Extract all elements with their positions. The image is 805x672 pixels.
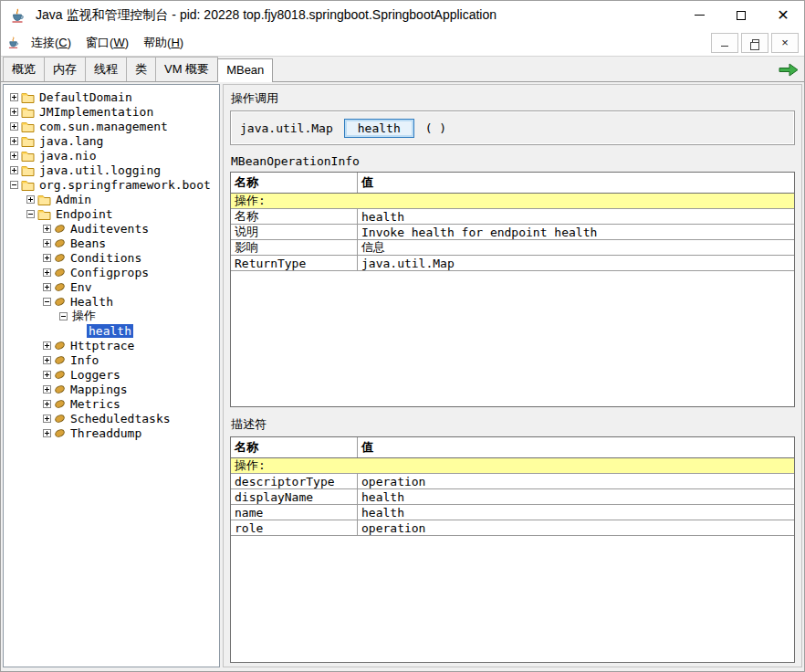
tree-item-Loggers[interactable]: Loggers	[5, 367, 219, 382]
column-header-name[interactable]: 名称	[231, 173, 358, 193]
minimize-button[interactable]	[678, 1, 720, 29]
minimize-icon	[695, 15, 705, 16]
mdi-restore-button[interactable]	[741, 33, 768, 53]
operation-invocation-title: 操作调用	[231, 90, 795, 107]
tree-item-Auditevents[interactable]: Auditevents	[5, 221, 219, 236]
tree-item-label: org.springframework.boot	[37, 178, 213, 192]
table-row[interactable]: descriptorTypeoperation	[231, 474, 794, 489]
table-row[interactable]: 名称health	[231, 209, 794, 225]
close-button[interactable]: ✕	[762, 1, 804, 29]
tab-memory[interactable]: 内存	[44, 57, 86, 81]
tree-indent	[5, 331, 73, 331]
expand-icon[interactable]	[43, 371, 51, 379]
menu-help[interactable]: 帮助(H)	[137, 31, 190, 55]
tree-item-Mappings[interactable]: Mappings	[5, 382, 219, 396]
tree-item-Info[interactable]: Info	[5, 352, 219, 367]
column-header-value[interactable]: 值	[358, 173, 794, 193]
section-row[interactable]: 操作:	[231, 458, 794, 474]
tree-item-label: Scheduledtasks	[68, 412, 172, 425]
tree-item-Conditions[interactable]: Conditions	[5, 250, 219, 265]
expand-icon[interactable]	[43, 400, 51, 408]
expand-icon[interactable]	[10, 166, 18, 174]
tree-item-Health[interactable]: Health	[5, 294, 219, 309]
tree-item-Metrics[interactable]: Metrics	[5, 396, 219, 411]
expand-icon[interactable]	[10, 152, 18, 160]
collapse-icon[interactable]	[26, 210, 35, 218]
tree-item-JMImplementation[interactable]: JMImplementation	[5, 104, 219, 119]
expand-icon[interactable]	[43, 429, 51, 437]
table-row[interactable]: roleoperation	[231, 520, 794, 536]
tree-item-org.springframework.boot[interactable]: org.springframework.boot	[5, 177, 219, 192]
tree-item-Endpoint[interactable]: Endpoint	[5, 206, 219, 221]
section-row[interactable]: 操作:	[231, 194, 794, 209]
menu-window[interactable]: 窗口(W)	[79, 31, 135, 55]
column-header-name[interactable]: 名称	[231, 437, 358, 457]
collapse-icon[interactable]	[59, 312, 68, 320]
tree-item-health[interactable]: health	[5, 323, 219, 338]
expand-icon[interactable]	[10, 93, 18, 101]
menu-connect-label: 连接(	[31, 36, 58, 49]
expand-icon[interactable]	[43, 283, 51, 291]
maximize-button[interactable]	[720, 1, 762, 29]
mbean-icon	[54, 223, 66, 235]
mbean-icon	[54, 296, 66, 308]
tree-item-label: Loggers	[68, 368, 122, 382]
mbean-icon	[54, 267, 66, 278]
expand-icon[interactable]	[10, 137, 18, 145]
mbean-icon	[54, 281, 66, 293]
tree-indent	[5, 418, 40, 419]
descriptor-table: 名称值操作:descriptorTypeoperationdisplayName…	[230, 436, 795, 663]
tree-item-label: Beans	[68, 236, 108, 250]
tree-item-Httptrace[interactable]: Httptrace	[5, 338, 219, 352]
expand-icon[interactable]	[43, 385, 51, 394]
tree-item-操作[interactable]: 操作	[5, 309, 219, 323]
tree-item-Admin[interactable]: Admin	[5, 192, 219, 206]
tree-indent	[5, 301, 40, 302]
tab-vm-summary[interactable]: VM 概要	[155, 57, 218, 81]
expand-icon[interactable]	[10, 122, 18, 131]
cell-name: ReturnType	[231, 256, 358, 270]
collapse-icon[interactable]	[43, 298, 51, 306]
expand-icon[interactable]	[43, 239, 51, 247]
menu-connect[interactable]: 连接(C)	[25, 31, 78, 55]
tree-item-java.lang[interactable]: java.lang	[5, 133, 219, 148]
tree-item-Scheduledtasks[interactable]: Scheduledtasks	[5, 411, 219, 425]
collapse-icon[interactable]	[10, 181, 18, 189]
mdi-close-button[interactable]: ×	[771, 33, 799, 53]
tree-item-label: Health	[68, 295, 115, 309]
table-row[interactable]: ReturnTypejava.util.Map	[231, 256, 794, 271]
health-operation-button[interactable]: health	[344, 119, 414, 138]
expand-icon[interactable]	[26, 195, 35, 204]
column-header-value[interactable]: 值	[358, 437, 794, 457]
tree-item-java.util.logging[interactable]: java.util.logging	[5, 163, 219, 177]
tab-classes[interactable]: 类	[126, 57, 156, 81]
expand-icon[interactable]	[10, 108, 18, 116]
tree-item-Env[interactable]: Env	[5, 279, 219, 294]
table-row[interactable]: displayNamehealth	[231, 489, 794, 505]
tree-item-Configprops[interactable]: Configprops	[5, 265, 219, 279]
tree-item-Beans[interactable]: Beans	[5, 236, 219, 250]
mdi-minimize-button[interactable]	[711, 33, 738, 53]
tree-item-Threaddump[interactable]: Threaddump	[5, 425, 219, 440]
tree-item-label: Httptrace	[68, 339, 136, 352]
tree-indent	[5, 199, 24, 200]
table-row[interactable]: namehealth	[231, 505, 794, 520]
expand-icon[interactable]	[43, 225, 51, 233]
expand-icon[interactable]	[43, 341, 51, 350]
tree-item-DefaultDomain[interactable]: DefaultDomain	[5, 89, 219, 104]
expand-icon[interactable]	[43, 356, 51, 364]
tab-bar: 概览内存线程类VM 概要MBean	[1, 57, 804, 82]
expand-icon[interactable]	[43, 268, 51, 277]
expand-icon[interactable]	[43, 415, 51, 423]
cell-value: operation	[358, 474, 794, 488]
table-row[interactable]: 说明Invoke health for endpoint health	[231, 225, 794, 240]
tree-indent	[5, 170, 7, 171]
tree-item-java.nio[interactable]: java.nio	[5, 148, 219, 163]
expand-icon[interactable]	[43, 254, 51, 262]
tab-threads[interactable]: 线程	[85, 57, 127, 81]
cell-name: displayName	[231, 489, 358, 504]
tab-mbean[interactable]: MBean	[217, 58, 273, 82]
tree-item-com.sun.management[interactable]: com.sun.management	[5, 119, 219, 133]
table-row[interactable]: 影响信息	[231, 240, 794, 256]
tab-overview[interactable]: 概览	[3, 57, 45, 81]
